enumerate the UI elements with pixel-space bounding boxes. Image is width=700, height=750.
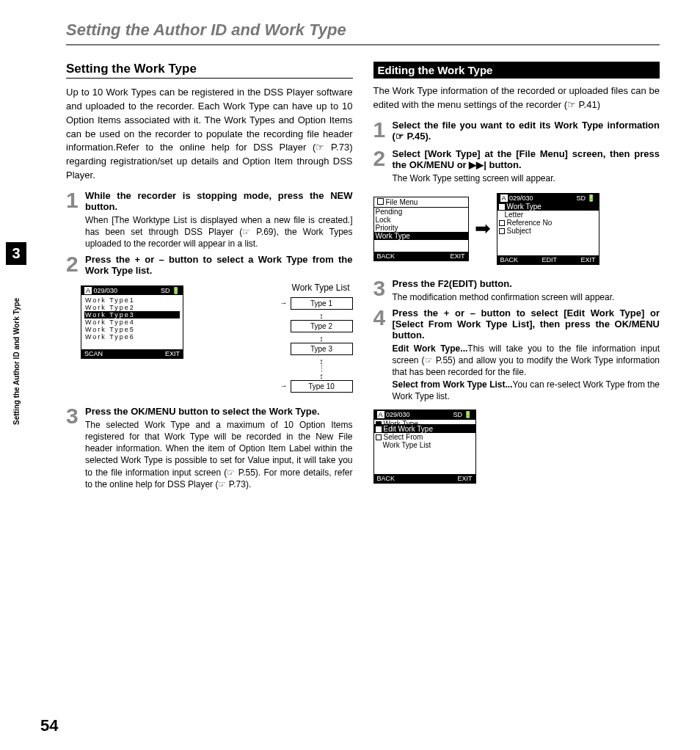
lcd-row-selected: Edit Work Type bbox=[384, 425, 433, 433]
step-number: 4 bbox=[373, 307, 388, 402]
t: button. bbox=[393, 330, 425, 341]
sd-icon: SD bbox=[576, 194, 586, 202]
sd-icon: SD bbox=[453, 411, 462, 418]
type-cell: Type 10 bbox=[291, 380, 353, 393]
left-step-2: 2 Press the + or – button to select a Wo… bbox=[66, 254, 353, 278]
t: or bbox=[449, 307, 470, 318]
t: button to select the Work Type. bbox=[176, 406, 320, 417]
lcd-foot-right: EXIT bbox=[165, 350, 180, 357]
left-step-3: 3 Press the OK/MENU button to select the… bbox=[66, 406, 353, 490]
lcd-row: Work Type2 bbox=[84, 304, 180, 311]
btn-label-okmenu: OK/MENU bbox=[409, 159, 454, 170]
btn-label-okmenu: OK/MENU bbox=[131, 406, 175, 417]
right-heading: Editing the Work Type bbox=[373, 62, 660, 79]
lcd-row: Priority bbox=[374, 224, 468, 232]
updown-icon: ↕ bbox=[291, 335, 353, 343]
lcd-foot-left: BACK bbox=[377, 252, 395, 260]
lcd-menu-title: File Menu bbox=[386, 198, 418, 206]
lcd-row: Lock bbox=[374, 216, 468, 224]
step-text: When [The Worktype List is displayed whe… bbox=[85, 214, 353, 250]
lcd-row-selected: Work Type bbox=[507, 203, 542, 211]
lcd-folder: A bbox=[84, 287, 92, 294]
lcd-row: Reference No bbox=[507, 219, 553, 227]
lcd-folder: A bbox=[377, 411, 384, 418]
t: Press the bbox=[85, 254, 134, 265]
right-figure-pair: File Menu Pending Lock Priority Work Typ… bbox=[373, 190, 660, 268]
type-cell: Type 3 bbox=[291, 343, 353, 355]
t: Press the bbox=[393, 307, 444, 318]
chapter-side-label: Setting the Author ID and Work Type bbox=[12, 269, 21, 453]
lcd-row: Work Type5 bbox=[84, 326, 180, 333]
lcd-row-selected: Work Type3 bbox=[84, 311, 180, 318]
plus-icon: + bbox=[134, 254, 140, 265]
right-intro: The Work Type information of the recorde… bbox=[373, 84, 660, 112]
lcd-worktype-detail: A 029/030 SD 🔋 Work Type Letter Referenc… bbox=[497, 193, 599, 265]
btn-label-new: NEW bbox=[330, 190, 352, 201]
left-column: Setting the Work Type Up to 10 Work Type… bbox=[66, 62, 353, 495]
lcd-row: Pending bbox=[374, 208, 468, 216]
minus-icon: – bbox=[470, 307, 475, 318]
updown-icon: ↕⋮↕ bbox=[291, 358, 353, 380]
page-title: Setting the Author ID and Work Type bbox=[66, 21, 660, 40]
btn-label-okmenu: OK/MENU bbox=[615, 318, 660, 330]
lcd-worktype-list: A 029/030 SD 🔋 Work Type1 Work Type2 Wor… bbox=[81, 285, 183, 359]
lcd-foot-left: BACK bbox=[500, 256, 519, 263]
minus-icon: – bbox=[158, 254, 164, 265]
lcd-row: Letter bbox=[497, 211, 599, 219]
btn-label-f2edit: F2(EDIT) bbox=[438, 278, 477, 289]
lcd-foot-left: SCAN bbox=[84, 350, 103, 357]
lcd-row: Work Type4 bbox=[84, 318, 180, 326]
chapter-tab: 3 Setting the Author ID and Work Type bbox=[6, 242, 26, 453]
type-list-diagram: Work Type List → Type 1 ↕ Type 2 ↕ Type … bbox=[291, 283, 353, 395]
lcd-row-selected: Work Type bbox=[374, 232, 468, 240]
arrow-right-icon: ➡ bbox=[475, 217, 491, 240]
lcd-clipped-row: Work Type bbox=[384, 420, 418, 425]
inline-bold: Edit Work Type... bbox=[393, 343, 468, 354]
t: button. bbox=[85, 201, 117, 212]
type-list-caption: Work Type List bbox=[291, 283, 353, 293]
step-number: 1 bbox=[373, 120, 388, 144]
left-intro: Up to 10 Work Types can be registered in… bbox=[66, 86, 353, 183]
right-step-2: 2 Select [Work Type] at the [File Menu] … bbox=[373, 148, 660, 184]
lcd-foot-left: BACK bbox=[377, 475, 395, 482]
t: While the recorder is stopping mode, pre… bbox=[85, 190, 330, 201]
t: button. bbox=[477, 278, 512, 289]
lcd-row: Subject bbox=[507, 227, 531, 235]
lcd-counter: 029/030 bbox=[386, 411, 410, 418]
lcd-foot-mid: EDIT bbox=[542, 256, 557, 263]
left-figure: A 029/030 SD 🔋 Work Type1 Work Type2 Wor… bbox=[81, 283, 353, 395]
lcd-row: Work Type6 bbox=[84, 333, 180, 341]
arrow-right-icon: → bbox=[280, 382, 288, 390]
step-text: The Work Type setting screen will appear… bbox=[393, 172, 660, 184]
lcd-folder: A bbox=[500, 194, 508, 202]
step-number: 2 bbox=[66, 254, 81, 278]
step-number: 1 bbox=[66, 190, 81, 250]
arrow-right-icon: → bbox=[280, 299, 288, 307]
type-cell: Type 1 bbox=[291, 297, 353, 310]
right-column: Editing the Work Type The Work Type info… bbox=[373, 62, 660, 495]
lcd-row: Select From bbox=[384, 433, 423, 441]
right-step-3: 3 Press the F2(EDIT) button. The modific… bbox=[373, 278, 660, 303]
left-step-1: 1 While the recorder is stopping mode, p… bbox=[66, 190, 353, 250]
updown-icon: ↕ bbox=[291, 313, 353, 320]
left-heading: Setting the Work Type bbox=[66, 62, 353, 79]
lcd-counter: 029/030 bbox=[509, 194, 533, 202]
type-cell: Type 2 bbox=[291, 320, 353, 332]
right-step-4: 4 Press the + or – button to select [Edi… bbox=[373, 307, 660, 402]
t: Press the bbox=[393, 278, 438, 289]
lcd-row: Work Type1 bbox=[84, 296, 180, 304]
inline-bold: Select from Work Type List... bbox=[393, 379, 513, 390]
lcd-row: Work Type List bbox=[374, 441, 475, 449]
step-number: 3 bbox=[66, 406, 81, 490]
lcd-counter: 029/030 bbox=[94, 287, 118, 294]
t: Select the file you want to edit its Wor… bbox=[393, 120, 660, 142]
lcd-edit-options: A 029/030 SD 🔋 Work Type Edit Work Type … bbox=[373, 409, 476, 484]
right-step-1: 1 Select the file you want to edit its W… bbox=[373, 120, 660, 144]
lcd-file-menu: File Menu Pending Lock Priority Work Typ… bbox=[373, 197, 469, 261]
sd-icon: SD bbox=[161, 287, 170, 294]
step-number: 3 bbox=[373, 278, 388, 303]
step-number: 2 bbox=[373, 148, 388, 184]
t: Press the bbox=[85, 406, 131, 417]
lcd-foot-right: EXIT bbox=[580, 256, 595, 263]
page-number: 54 bbox=[40, 716, 58, 735]
